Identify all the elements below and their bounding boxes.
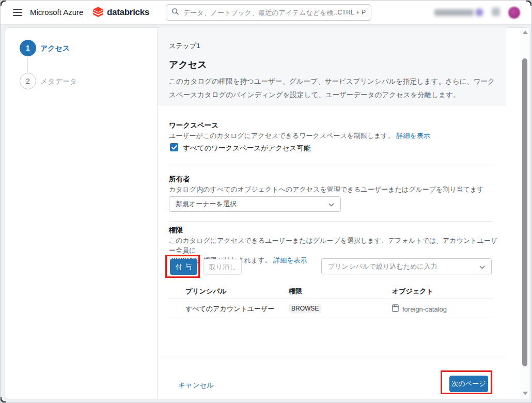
permissions-section-title: 権限 xyxy=(169,226,183,235)
owner-section-title: 所有者 xyxy=(169,175,190,184)
section-divider xyxy=(169,117,493,117)
topbar-icon-redacted-2[interactable] xyxy=(492,8,500,16)
section-divider xyxy=(169,221,493,222)
step-connector xyxy=(27,57,28,72)
col-header-principal: プリンシパル xyxy=(185,287,227,296)
chevron-down-icon xyxy=(328,199,334,209)
chevron-down-icon xyxy=(479,262,485,271)
scrollbar-up-icon[interactable] xyxy=(523,30,528,34)
topbar-icon-redacted-1[interactable] xyxy=(476,9,483,16)
table-header-row: プリンシパル 権限 オブジェクト xyxy=(169,284,493,299)
global-search[interactable]: CTRL + P xyxy=(166,4,371,21)
search-input[interactable] xyxy=(183,9,337,17)
revoke-button[interactable]: 取り消し xyxy=(204,259,242,275)
section-divider xyxy=(169,165,493,165)
owner-select[interactable]: 新規オーナーを選択 xyxy=(169,196,341,212)
menu-icon[interactable] xyxy=(13,9,22,16)
cell-principal: すべてのアカウントユーザー xyxy=(185,304,274,314)
workspace-section-desc: ユーザーがこのカタログにアクセスできるワークスペースを制限します。 詳細を表示 xyxy=(169,131,430,141)
cell-object: foreign-catalog xyxy=(392,304,447,314)
grant-button[interactable]: 付与 xyxy=(170,259,197,275)
step-1-label[interactable]: アクセス xyxy=(40,44,70,53)
next-page-button[interactable]: 次のページ xyxy=(449,376,488,392)
step-1-indicator[interactable]: 1 xyxy=(20,40,36,56)
wizard-main-panel: ステップ1 アクセス このカタログの権限を持つユーザー、グループ、サービスプリン… xyxy=(157,27,510,399)
azure-label: Microsoft Azure xyxy=(30,8,83,17)
workspace-section-title: ワークスペース xyxy=(169,121,218,130)
permissions-details-link[interactable]: 詳細を表示 xyxy=(273,256,307,264)
table-row[interactable]: すべてのアカウントユーザー BROWSE foreign-catalog xyxy=(169,299,493,318)
all-workspaces-checkbox-label[interactable]: すべてのワークスペースがアクセス可能 xyxy=(183,144,310,153)
panel-header: ステップ1 アクセス このカタログの権限を持つユーザー、グループ、サービスプリン… xyxy=(158,27,506,105)
cell-privilege: BROWSE xyxy=(289,304,321,313)
col-header-privilege: 権限 xyxy=(289,287,302,296)
top-navbar: Microsoft Azure databricks CTRL + P xyxy=(1,1,531,25)
page-title: アクセス xyxy=(169,58,207,71)
catalog-icon xyxy=(392,304,399,314)
search-shortcut: CTRL + P xyxy=(337,9,366,16)
databricks-logo-icon[interactable] xyxy=(92,6,104,21)
footer-divider xyxy=(158,357,506,358)
col-header-object: オブジェクト xyxy=(392,287,433,296)
topbar-divider xyxy=(87,7,87,19)
scrollbar-thumb[interactable] xyxy=(522,58,527,366)
cancel-link[interactable]: キャンセル xyxy=(178,381,214,390)
step-caption: ステップ1 xyxy=(169,41,200,51)
search-icon xyxy=(171,8,179,18)
all-workspaces-checkbox[interactable] xyxy=(170,143,178,151)
user-avatar[interactable] xyxy=(508,7,520,19)
principal-filter-combobox[interactable]: プリンシパルで絞り込むために入力 xyxy=(321,258,492,274)
owner-section-desc: カタログ内のすべてのオブジェクトへのアクセスを管理できるユーザーまたはグループを… xyxy=(169,184,484,194)
step-2-label[interactable]: メタデータ xyxy=(40,77,77,86)
databricks-wordmark[interactable]: databricks xyxy=(107,7,149,18)
workspace-selector-redacted[interactable] xyxy=(434,9,474,16)
step-2-indicator[interactable]: 2 xyxy=(20,73,36,89)
page-description: このカタログの権限を持つユーザー、グループ、サービスプリンシパルを指定します。さ… xyxy=(169,75,499,102)
workspace-details-link[interactable]: 詳細を表示 xyxy=(397,132,430,140)
check-icon xyxy=(171,143,177,152)
app-window: Microsoft Azure databricks CTRL + P 1 xyxy=(0,0,532,403)
scrollbar-down-icon[interactable] xyxy=(523,392,528,395)
